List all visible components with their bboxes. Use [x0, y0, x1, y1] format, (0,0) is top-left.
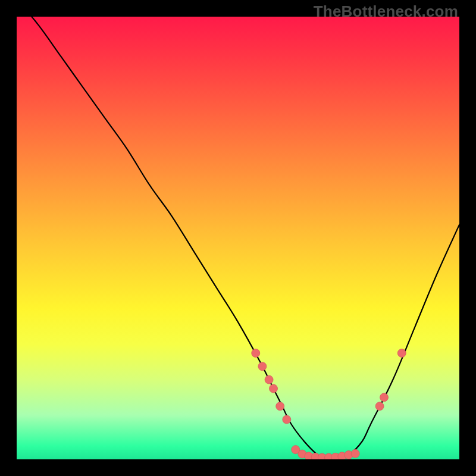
data-marker — [252, 349, 260, 357]
plot-area — [17, 17, 459, 459]
data-marker — [283, 415, 291, 424]
data-marker — [351, 449, 359, 458]
curve-svg — [17, 17, 459, 459]
data-marker — [380, 393, 389, 402]
data-marker — [397, 349, 406, 357]
chart-stage: TheBottleneck.com — [0, 0, 476, 476]
data-marker — [265, 375, 273, 384]
bottleneck-curve — [17, 17, 459, 459]
data-marker — [276, 402, 284, 411]
markers-group — [252, 349, 406, 459]
data-marker — [258, 362, 267, 371]
data-marker — [270, 384, 278, 393]
data-marker — [375, 402, 384, 411]
